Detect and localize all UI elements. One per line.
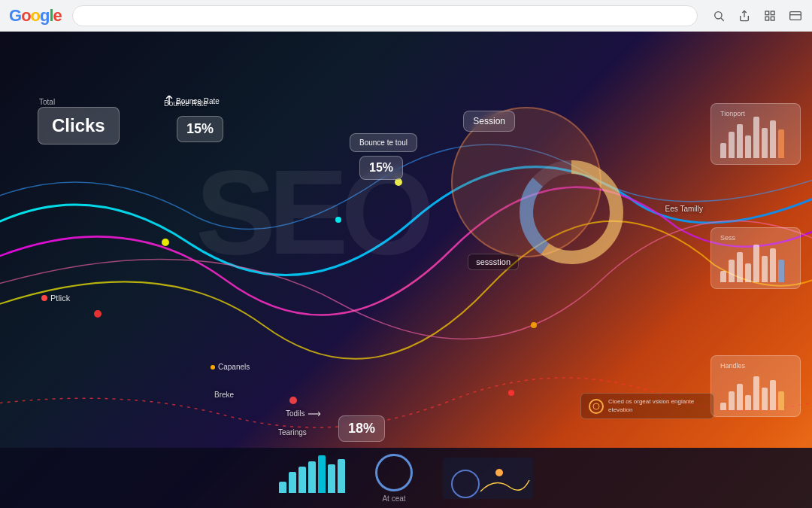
bounce-rate-arrow: Bounce Rate xyxy=(165,96,220,106)
right-card-top: Tionport xyxy=(710,103,801,165)
sess-chart xyxy=(720,245,791,282)
svg-point-15 xyxy=(94,310,102,318)
browser-chrome: Google xyxy=(0,0,812,32)
campaigns-dot xyxy=(211,365,215,370)
clicks-sublabel: Total xyxy=(39,98,55,106)
bottom-bar-item xyxy=(279,463,345,493)
red-dot xyxy=(41,295,47,301)
svg-rect-3 xyxy=(765,11,769,15)
bottom-circle-item: At ceat xyxy=(375,454,413,503)
profile-icon[interactable] xyxy=(788,8,803,23)
svg-point-23 xyxy=(495,469,503,476)
at-cost-label: At ceat xyxy=(382,494,405,503)
clicks-metric: Clicks xyxy=(38,107,120,144)
browser-icons xyxy=(711,8,803,23)
svg-rect-4 xyxy=(771,11,774,15)
bar-1 xyxy=(279,482,286,493)
grid-icon[interactable] xyxy=(762,8,777,23)
bar-7 xyxy=(338,459,345,493)
svg-rect-20 xyxy=(443,458,533,499)
ees-tamilly-label: Ees Tamilly xyxy=(665,205,703,213)
svg-point-12 xyxy=(508,390,514,396)
pct-18-value: 18% xyxy=(338,415,385,442)
ptlick-label: Ptlick xyxy=(41,294,70,303)
pct-center-value: 15% xyxy=(359,156,403,180)
bar-3 xyxy=(298,467,306,493)
session-bottom: sessstion xyxy=(468,254,519,270)
bar-5 xyxy=(318,455,326,493)
right-card-bot: Handles xyxy=(710,355,801,417)
svg-point-9 xyxy=(162,239,169,246)
circle-text: Cloed os orgeat vskion englante etevatio… xyxy=(608,398,706,414)
svg-line-1 xyxy=(721,18,724,21)
search-icon[interactable] xyxy=(711,8,726,23)
svg-point-0 xyxy=(715,11,722,18)
google-logo: Google xyxy=(9,6,62,26)
handles-chart xyxy=(720,373,791,410)
break-label: Breke xyxy=(214,391,234,399)
tionport-chart xyxy=(720,120,791,158)
tools-label: Todils xyxy=(286,409,323,418)
session-label: Session xyxy=(463,111,515,132)
bounce-rate-value: 15% xyxy=(177,116,223,142)
svg-point-14 xyxy=(531,322,537,328)
right-card-mid: Sess xyxy=(710,227,801,289)
circle-info-card: Cloed os orgeat vskion englante etevatio… xyxy=(580,393,714,419)
bar-2 xyxy=(289,472,296,493)
address-bar[interactable] xyxy=(72,5,698,26)
donut-chart xyxy=(511,152,632,272)
bar-4 xyxy=(308,461,316,493)
sess-label: Sess xyxy=(720,234,791,242)
campaigns-label: Capanels xyxy=(211,363,250,371)
bottom-bar-chart xyxy=(279,463,345,493)
tearings-label: Tearings xyxy=(278,428,307,437)
bottom-strip: At ceat xyxy=(0,448,812,508)
main-content: SEO Total Clicks Bounce Rate Bounce Rate… xyxy=(0,32,812,508)
bottom-chart-thumbnail xyxy=(443,458,533,499)
bar-6 xyxy=(328,464,335,493)
bounce-center-label: Bounce te toul xyxy=(350,133,417,152)
svg-point-19 xyxy=(593,403,599,409)
svg-point-13 xyxy=(289,397,297,404)
handles-label: Handles xyxy=(720,362,791,370)
share-icon[interactable] xyxy=(737,8,752,23)
svg-rect-5 xyxy=(765,17,769,20)
bottom-circle xyxy=(375,454,413,491)
svg-rect-6 xyxy=(771,17,774,20)
svg-rect-7 xyxy=(790,11,801,20)
info-icon xyxy=(589,399,604,414)
